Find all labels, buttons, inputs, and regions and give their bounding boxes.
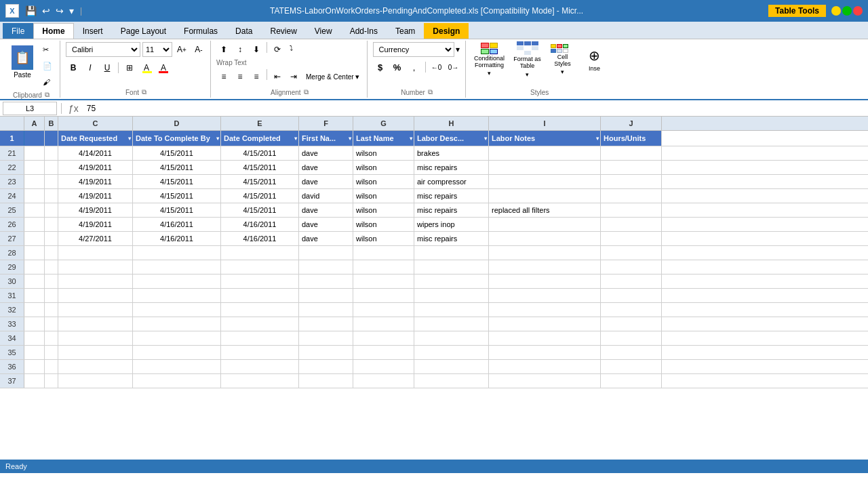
header-cell-g[interactable]: Last Name ▾ — [353, 131, 414, 146]
cell-d-33[interactable] — [133, 317, 221, 331]
cell-c-33[interactable] — [58, 317, 133, 331]
cell-g-29[interactable] — [353, 260, 414, 274]
cell-g-37[interactable] — [353, 374, 414, 388]
cell-h-35[interactable] — [414, 346, 489, 359]
cell-h-36[interactable] — [414, 360, 489, 373]
cell-c-23[interactable]: 4/19/2011 — [58, 175, 133, 188]
increase-indent-button[interactable]: ⇥ — [286, 69, 301, 84]
insert-button[interactable]: ⊕ Inse — [581, 42, 608, 77]
number-format-select[interactable]: Currency — [373, 42, 454, 57]
cell-b-22[interactable] — [45, 161, 58, 174]
cell-g-30[interactable] — [353, 274, 414, 288]
cell-c-26[interactable]: 4/19/2011 — [58, 218, 133, 231]
border-button[interactable]: ⊞ — [122, 60, 137, 75]
font-expand-icon[interactable]: ⧉ — [142, 88, 146, 96]
col-header-a[interactable]: A — [24, 117, 45, 130]
col-g-dropdown[interactable]: ▾ — [410, 136, 412, 142]
cell-b-34[interactable] — [45, 331, 58, 345]
cell-g-24[interactable]: wilson — [353, 189, 414, 203]
cell-a-33[interactable] — [24, 317, 45, 331]
cell-e-32[interactable] — [221, 303, 299, 317]
cell-g-35[interactable] — [353, 346, 414, 359]
cell-d-21[interactable]: 4/15/2011 — [133, 146, 221, 160]
increase-decimal-button[interactable]: ←0 — [429, 60, 444, 75]
tab-team[interactable]: Team — [387, 23, 424, 39]
increase-font-button[interactable]: A+ — [174, 42, 189, 57]
col-e-dropdown[interactable]: ▾ — [294, 136, 297, 142]
cell-b-33[interactable] — [45, 317, 58, 331]
format-table-dropdown-icon[interactable]: ▾ — [526, 71, 529, 78]
paste-button[interactable]: 📋 Paste — [7, 42, 38, 82]
cell-h-23[interactable]: air compressor — [414, 175, 489, 188]
tab-insert[interactable]: Insert — [74, 23, 112, 39]
cell-h-25[interactable]: misc repairs — [414, 203, 489, 217]
cut-button[interactable]: ✂ — [39, 42, 56, 57]
cell-c-37[interactable] — [58, 374, 133, 388]
cell-b-30[interactable] — [45, 274, 58, 288]
cell-i-22[interactable] — [489, 161, 601, 174]
cell-b-26[interactable] — [45, 218, 58, 231]
cell-i-36[interactable] — [489, 360, 601, 373]
col-header-b[interactable]: B — [45, 117, 58, 130]
cell-g-22[interactable]: wilson — [353, 161, 414, 174]
header-cell-f[interactable]: First Na... ▾ — [299, 131, 353, 146]
cell-d-23[interactable]: 4/15/2011 — [133, 175, 221, 188]
align-bottom-button[interactable]: ⬇ — [249, 42, 264, 57]
align-middle-button[interactable]: ↕ — [233, 42, 248, 57]
cell-d-32[interactable] — [133, 303, 221, 317]
cell-d-22[interactable]: 4/15/2011 — [133, 161, 221, 174]
cell-b-32[interactable] — [45, 303, 58, 317]
cell-b-29[interactable] — [45, 260, 58, 274]
cell-h-34[interactable] — [414, 331, 489, 345]
cell-d-30[interactable] — [133, 274, 221, 288]
cell-d-31[interactable] — [133, 289, 221, 302]
col-c-dropdown[interactable]: ▾ — [128, 136, 131, 142]
wrap-text-button[interactable]: ⤵ — [286, 42, 296, 57]
header-cell-a[interactable] — [24, 131, 45, 146]
cell-c-27[interactable]: 4/27/2011 — [58, 232, 133, 245]
cell-h-21[interactable]: brakes — [414, 146, 489, 160]
cell-b-35[interactable] — [45, 346, 58, 359]
col-header-h[interactable]: H — [414, 117, 489, 130]
number-expand-icon[interactable]: ⧉ — [428, 88, 433, 96]
col-header-j[interactable]: J — [601, 117, 662, 130]
cell-b-21[interactable] — [45, 146, 58, 160]
cell-styles-dropdown-icon[interactable]: ▾ — [561, 68, 564, 75]
number-format-dropdown-icon[interactable]: ▾ — [456, 45, 460, 54]
cell-j-21[interactable] — [601, 146, 662, 160]
cell-h-29[interactable] — [414, 260, 489, 274]
cell-e-26[interactable]: 4/16/2011 — [221, 218, 299, 231]
cell-f-22[interactable]: dave — [299, 161, 353, 174]
cell-f-23[interactable]: dave — [299, 175, 353, 188]
tab-page-layout[interactable]: Page Layout — [112, 23, 175, 39]
cell-f-21[interactable]: dave — [299, 146, 353, 160]
cell-j-37[interactable] — [601, 374, 662, 388]
conditional-dropdown-icon[interactable]: ▾ — [488, 70, 491, 77]
cell-i-33[interactable] — [489, 317, 601, 331]
col-header-i[interactable]: I — [489, 117, 601, 130]
cell-h-28[interactable] — [414, 246, 489, 260]
tab-view[interactable]: View — [306, 23, 341, 39]
cell-d-29[interactable] — [133, 260, 221, 274]
formula-input[interactable]: 75 — [84, 102, 865, 115]
cell-styles-button[interactable]: Cell Styles ▾ — [547, 42, 578, 77]
comma-button[interactable]: , — [407, 60, 422, 75]
col-d-dropdown[interactable]: ▾ — [216, 136, 219, 142]
cell-b-23[interactable] — [45, 175, 58, 188]
cell-f-36[interactable] — [299, 360, 353, 373]
cell-f-27[interactable]: dave — [299, 232, 353, 245]
cell-d-35[interactable] — [133, 346, 221, 359]
cell-j-27[interactable] — [601, 232, 662, 245]
cell-j-36[interactable] — [601, 360, 662, 373]
cell-a-35[interactable] — [24, 346, 45, 359]
col-h-dropdown[interactable]: ▾ — [484, 136, 487, 142]
cell-d-26[interactable]: 4/16/2011 — [133, 218, 221, 231]
cell-j-26[interactable] — [601, 218, 662, 231]
cell-h-22[interactable]: misc repairs — [414, 161, 489, 174]
cell-c-30[interactable] — [58, 274, 133, 288]
cell-h-26[interactable]: wipers inop — [414, 218, 489, 231]
currency-button[interactable]: $ — [373, 60, 388, 75]
cell-g-21[interactable]: wilson — [353, 146, 414, 160]
font-size-select[interactable]: 11 — [142, 42, 172, 57]
cell-f-31[interactable] — [299, 289, 353, 302]
